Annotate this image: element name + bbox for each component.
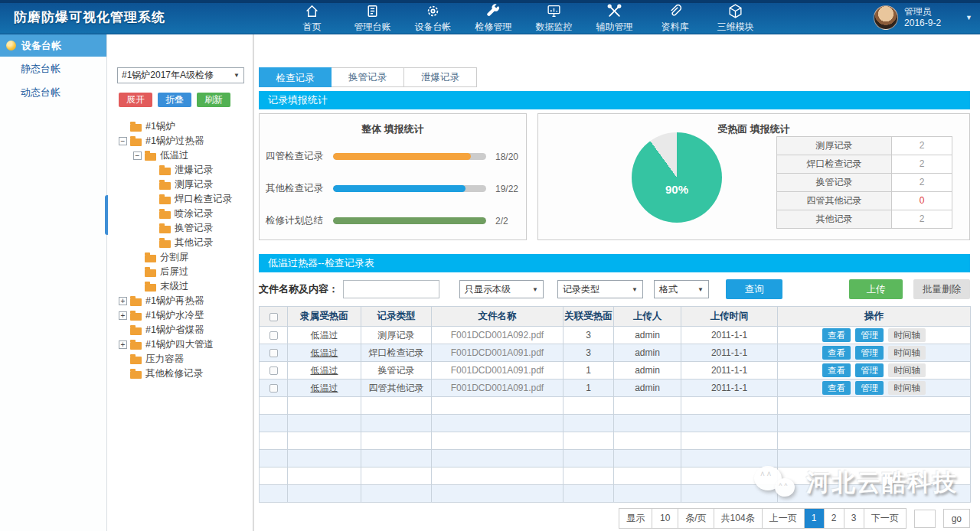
tree-node-label: 低温过 [160,149,189,162]
view-button[interactable]: 查看 [822,363,851,377]
select-all-checkbox[interactable] [270,313,278,321]
row-checkbox[interactable] [270,366,278,375]
page-jump-input[interactable] [914,510,936,528]
tree-node[interactable]: 后屏过 [117,265,253,279]
sidebar-item-static-ledger[interactable]: 静态台帐 [0,57,106,80]
tree-node[interactable]: 分割屏 [117,250,253,265]
page-number-button[interactable]: 3 [844,509,864,528]
surface-stat-row: 焊口检查记录2 [777,155,952,174]
chevron-down-icon: ▼ [697,286,704,293]
search-button[interactable]: 查询 [726,279,782,299]
tree-node[interactable]: +#1锅炉再热器 [117,294,253,308]
tree-node-label: 换管记录 [175,222,213,235]
tree-node[interactable]: 压力容器 [117,352,253,366]
empty-table-row [260,415,971,432]
page-number-button[interactable]: 1 [804,509,824,528]
plan-select[interactable]: #1锅炉2017年A级检修 ▼ [117,67,244,83]
manage-button[interactable]: 管理 [855,346,884,360]
collapse-node-icon[interactable]: − [119,137,127,145]
tree-node[interactable]: 换管记录 [117,221,253,236]
tab-active[interactable]: 检查记录 [259,67,332,87]
view-button[interactable]: 查看 [822,346,851,360]
empty-cell [260,467,288,485]
empty-cell [361,467,432,485]
refresh-button[interactable]: 刷新 [197,93,230,107]
manage-button[interactable]: 管理 [855,363,884,377]
surface-link[interactable]: 低温过 [311,330,338,340]
folder-icon [130,357,142,364]
expand-button[interactable]: 展开 [119,93,152,107]
nav-item-home[interactable]: 首页 [282,0,342,34]
stat-bar-label: 检修计划总结 [266,214,333,227]
col-related-surface: 关联受热面 [564,307,614,327]
tree-node[interactable]: −低温过 [117,148,253,163]
view-button[interactable]: 查看 [822,381,851,395]
stat-bar-row: 检修计划总结2/2 [266,214,520,227]
timeline-button[interactable]: 时间轴 [888,328,926,342]
go-button[interactable]: go [943,509,970,528]
nav-item-label: 资料库 [662,21,689,34]
timeline-button[interactable]: 时间轴 [888,346,926,360]
manage-button[interactable]: 管理 [855,381,884,395]
tab-inactive[interactable]: 泄爆记录 [404,67,477,87]
record-type-select[interactable]: 记录类型 ▼ [557,280,643,298]
tree-node[interactable]: #1锅炉 [117,119,253,134]
page-size-value[interactable]: 10 [652,509,678,528]
upload-button[interactable]: 上传 [849,279,903,299]
expand-node-icon[interactable]: + [119,297,127,305]
collapse-node-icon[interactable]: − [133,151,142,160]
nav-item-maintenance[interactable]: 检修管理 [463,0,524,34]
tree-node[interactable]: +#1锅炉四大管道 [117,337,253,352]
format-select[interactable]: 格式 ▼ [654,280,709,298]
tree-node[interactable]: 末级过 [117,279,253,294]
tab-inactive[interactable]: 换管记录 [332,67,404,87]
tree-node[interactable]: 其他检修记录 [117,366,253,381]
tree-node[interactable]: 测厚记录 [117,178,253,192]
tree-node[interactable]: 泄爆记录 [117,163,253,178]
empty-cell [778,467,971,485]
main-content: 检查记录换管记录泄爆记录 记录填报统计 整体 填报统计 四管检查记录18/20其… [253,34,980,531]
cell-surface: 低温过 [288,380,361,397]
nav-item-3d-module[interactable]: 三维模块 [705,0,766,34]
row-checkbox[interactable] [270,384,278,393]
surface-link[interactable]: 低温过 [311,365,338,376]
tree-node[interactable]: −#1锅炉过热器 [117,134,253,148]
folder-icon [130,342,142,350]
surface-link[interactable]: 低温过 [311,383,338,393]
nav-item-auxiliary[interactable]: 辅助管理 [584,0,645,34]
expand-node-icon[interactable]: + [119,340,127,349]
next-page-button[interactable]: 下一页 [864,509,906,528]
nav-item-equipment[interactable]: 设备台帐 [403,0,463,34]
view-button[interactable]: 查看 [822,328,851,342]
user-block[interactable]: 管理员 2016-9-2 [874,0,949,34]
chevron-down-icon: ▼ [532,286,538,293]
batch-delete-button[interactable]: 批量删除 [913,279,970,299]
empty-cell [681,415,778,432]
collapse-button[interactable]: 折叠 [158,93,191,107]
tree-node[interactable]: 其他记录 [117,236,253,250]
row-checkbox[interactable] [270,349,278,357]
sidebar-item-dynamic-ledger[interactable]: 动态台帐 [0,80,106,104]
tree-node[interactable]: +#1锅炉水冷壁 [117,308,253,323]
nav-item-ledger[interactable]: 管理台账 [342,0,403,34]
nav-item-data-monitor[interactable]: 数据监控 [524,0,584,34]
row-checkbox[interactable] [270,331,278,340]
scope-select[interactable]: 只显示本级 ▼ [459,280,544,298]
stats-panels: 整体 填报统计 四管检查记录18/20其他检查记录19/22检修计划总结2/2 … [259,113,970,240]
manage-button[interactable]: 管理 [855,328,884,342]
user-dropdown-caret-icon[interactable]: ▼ [949,14,980,21]
tree-node[interactable]: 焊口检查记录 [117,192,253,207]
nav-item-library[interactable]: 资料库 [645,0,705,34]
tree-node[interactable]: 喷涂记录 [117,207,253,221]
tree-node[interactable]: #1锅炉省煤器 [117,323,253,337]
prev-page-button[interactable]: 上一页 [762,509,804,528]
timeline-button[interactable]: 时间轴 [888,363,926,377]
timeline-button[interactable]: 时间轴 [888,381,926,395]
surface-link[interactable]: 低温过 [311,347,338,358]
keyword-input[interactable] [343,280,439,298]
user-info: 管理员 2016-9-2 [904,6,941,29]
sidebar-module-equipment[interactable]: 设备台帐 [0,34,106,57]
table-row: 低温过测厚记录F001DCD001A092.pdf3admin2011-1-1查… [260,327,971,344]
page-number-button[interactable]: 2 [824,509,844,528]
expand-node-icon[interactable]: + [119,311,127,320]
